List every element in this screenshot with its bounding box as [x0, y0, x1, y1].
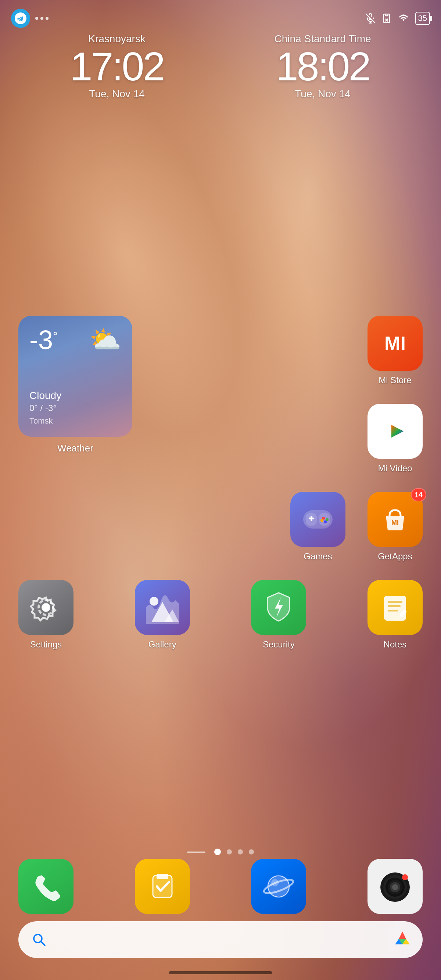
mi-video-icon[interactable] — [368, 404, 423, 459]
dock — [18, 859, 423, 914]
dock-camera[interactable] — [368, 859, 423, 914]
svg-line-47 — [41, 942, 45, 945]
svg-point-46 — [34, 934, 42, 943]
weather-icon: ⛅ — [89, 327, 121, 352]
phone-icon-box[interactable] — [18, 859, 74, 914]
colorful-logo-svg — [393, 930, 412, 948]
mi-video-svg — [379, 415, 412, 448]
games-svg — [301, 506, 334, 532]
mi-store-text: MI — [384, 332, 406, 354]
battery-icon: 35 — [415, 12, 430, 25]
svg-text:MI: MI — [391, 519, 399, 527]
getapps-icon[interactable]: MI 14 — [368, 492, 423, 547]
svg-point-26 — [150, 597, 158, 606]
clipboard-svg — [148, 872, 177, 901]
app-mi-store[interactable]: MI Mi Store — [368, 316, 423, 385]
clock-time-1: 17:02 — [70, 46, 163, 87]
wifi-icon — [398, 13, 409, 24]
app-row-3: Settings Gallery — [18, 580, 423, 650]
security-icon-box[interactable] — [251, 580, 306, 635]
security-svg — [264, 591, 293, 624]
svg-rect-3 — [383, 14, 389, 22]
clock-time-2: 18:02 — [275, 46, 371, 87]
dock-clipboard[interactable] — [135, 859, 190, 914]
camera-icon-box[interactable] — [368, 859, 423, 914]
telegram-icon[interactable] — [11, 9, 30, 28]
svg-rect-13 — [310, 516, 312, 521]
svg-marker-49 — [399, 932, 406, 939]
search-icon — [29, 930, 48, 949]
svg-rect-29 — [388, 605, 401, 607]
clipboard-icon-box[interactable] — [135, 859, 190, 914]
page-dot-3[interactable] — [238, 850, 243, 854]
page-dots — [0, 849, 441, 855]
app-row-1: -3° ⛅ Cloudy 0° / -3° Tomsk Weather MI — [18, 316, 423, 474]
clock-area: Krasnoyarsk 17:02 Tue, Nov 14 China Stan… — [0, 33, 441, 100]
clock-city-1: Krasnoyarsk — [70, 33, 163, 45]
page-dot-1[interactable] — [214, 849, 221, 855]
clock-city-2: China Standard Time — [275, 33, 371, 45]
menu-dots[interactable] — [35, 17, 48, 20]
mute-icon — [365, 13, 375, 24]
app-security[interactable]: Security — [251, 580, 306, 650]
getapps-badge: 14 — [411, 488, 426, 501]
svg-rect-30 — [388, 610, 398, 611]
sim-icon — [382, 13, 392, 24]
mi-store-icon[interactable]: MI — [368, 316, 423, 371]
svg-point-16 — [324, 520, 327, 523]
weather-widget[interactable]: -3° ⛅ Cloudy 0° / -3° Tomsk — [18, 316, 132, 437]
app-settings[interactable]: Settings — [18, 580, 74, 650]
page-dot-4[interactable] — [249, 850, 254, 854]
right-col-1: MI Mi Store — [368, 316, 423, 474]
settings-svg — [29, 591, 62, 624]
dock-phone[interactable] — [18, 859, 74, 914]
page-dot-2[interactable] — [227, 850, 232, 854]
app-games[interactable]: Games — [290, 492, 345, 562]
notes-svg — [380, 593, 410, 622]
search-svg — [32, 932, 46, 947]
search-left — [29, 930, 48, 949]
getapps-label: GetApps — [378, 551, 412, 562]
games-icon[interactable] — [290, 492, 345, 547]
getapps-svg: MI — [377, 501, 414, 538]
dock-planet[interactable] — [251, 859, 306, 914]
settings-icon-box[interactable] — [18, 580, 74, 635]
svg-point-44 — [392, 884, 398, 890]
search-right-logo — [393, 930, 412, 950]
search-bar[interactable] — [18, 921, 423, 958]
app-mi-video[interactable]: Mi Video — [368, 404, 423, 474]
weather-temp: -3° — [29, 327, 58, 353]
app-gallery[interactable]: Gallery — [135, 580, 190, 650]
planet-svg — [262, 870, 295, 903]
weather-label: Weather — [18, 443, 132, 454]
app-row-2: Games MI 14 GetApps — [18, 492, 423, 562]
planet-icon-box[interactable] — [251, 859, 306, 914]
svg-point-45 — [402, 874, 408, 880]
games-label: Games — [304, 551, 332, 562]
svg-point-17 — [320, 519, 323, 522]
clock-date-1: Tue, Nov 14 — [70, 88, 163, 100]
weather-city: Tomsk — [29, 416, 121, 426]
gallery-svg — [146, 591, 179, 624]
notes-label: Notes — [383, 640, 407, 650]
status-bar: 35 — [0, 0, 441, 29]
app-getapps[interactable]: MI 14 GetApps — [368, 492, 423, 562]
mi-store-label: Mi Store — [379, 375, 411, 385]
notes-icon-box[interactable] — [368, 580, 423, 635]
gallery-icon-box[interactable] — [135, 580, 190, 635]
weather-bottom: Cloudy 0° / -3° Tomsk — [29, 390, 121, 426]
weather-condition: Cloudy — [29, 390, 121, 401]
security-label: Security — [263, 640, 295, 650]
page-dots-line — [187, 851, 205, 853]
clock-date-2: Tue, Nov 14 — [275, 88, 371, 100]
svg-rect-33 — [157, 874, 168, 879]
home-indicator[interactable] — [169, 971, 272, 974]
settings-label: Settings — [30, 640, 62, 650]
clock-krasnoyarsk: Krasnoyarsk 17:02 Tue, Nov 14 — [70, 33, 163, 100]
svg-point-22 — [42, 604, 50, 611]
gallery-label: Gallery — [149, 640, 176, 650]
camera-svg — [379, 870, 412, 903]
phone-svg — [31, 872, 61, 901]
weather-wrapper[interactable]: -3° ⛅ Cloudy 0° / -3° Tomsk Weather — [18, 316, 132, 474]
app-notes[interactable]: Notes — [368, 580, 423, 650]
